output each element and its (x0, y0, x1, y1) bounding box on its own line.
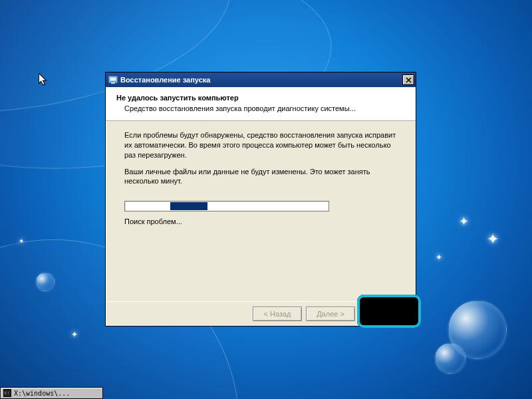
taskbar-text: X:\windows\... (14, 390, 70, 397)
svg-rect-2 (111, 82, 115, 84)
desktop-background: ✦ ✦ ✦ ✦ ✦ Восстановление запуска Не удал… (0, 0, 532, 399)
dialog-titlebar[interactable]: Восстановление запуска (106, 72, 416, 87)
progress-label: Поиск проблем... (124, 217, 397, 227)
progress-indicator (170, 202, 207, 210)
body-paragraph: Ваши личные файлы или данные не будут из… (124, 167, 397, 187)
cursor-icon (39, 73, 48, 86)
sparkle-icon: ✦ (436, 253, 442, 262)
header-subtitle: Средство восстановления запуска проводит… (124, 104, 405, 112)
dialog-header: Не удалось запустить компьютер Средство … (106, 87, 416, 121)
sparkle-icon: ✦ (487, 231, 499, 248)
startup-repair-dialog: Восстановление запуска Не удалось запуст… (105, 72, 416, 327)
body-paragraph: Если проблемы будут обнаружены, средство… (124, 130, 397, 160)
dialog-title: Восстановление запуска (120, 76, 402, 84)
dialog-body: Если проблемы будут обнаружены, средство… (106, 121, 416, 227)
decoration-orb (448, 301, 507, 359)
decoration-orb (435, 343, 466, 374)
header-title: Не удалось запустить компьютер (116, 94, 405, 102)
close-button[interactable] (402, 74, 414, 85)
taskbar-item[interactable]: c: X:\windows\... (0, 387, 103, 399)
cmd-icon: c: (3, 389, 11, 397)
system-icon (108, 75, 118, 84)
progress-bar (124, 201, 329, 211)
cancel-button[interactable]: Отмена (359, 307, 408, 321)
next-button[interactable]: Далее > (306, 307, 355, 321)
svg-rect-1 (110, 78, 116, 81)
back-button[interactable]: < Назад (253, 307, 302, 321)
svg-text:c:: c: (5, 390, 10, 396)
sparkle-icon: ✦ (459, 214, 469, 229)
dialog-button-bar: < Назад Далее > Отмена (106, 301, 415, 325)
